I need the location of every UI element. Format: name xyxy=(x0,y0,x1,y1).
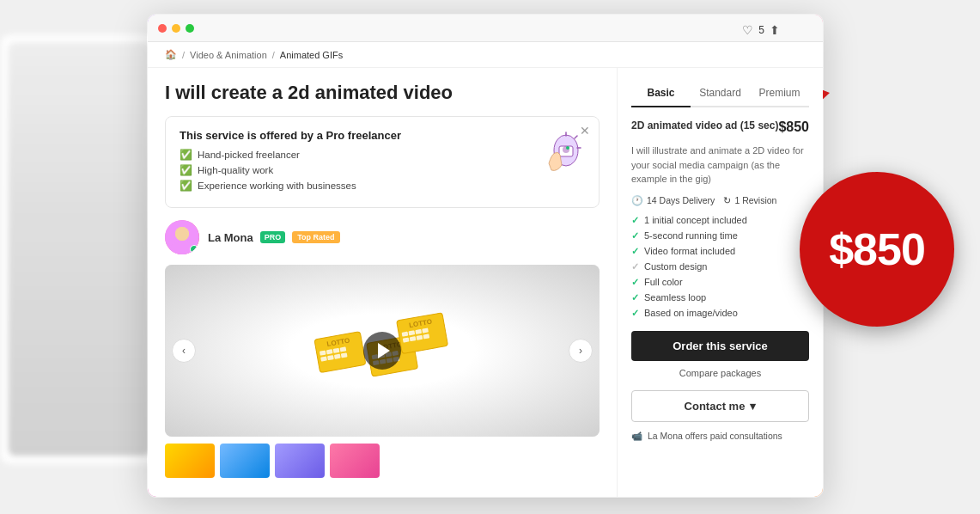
pro-feature-1: ✅ Hand-picked freelancer xyxy=(180,149,523,161)
svg-line-6 xyxy=(575,136,577,138)
play-triangle-icon xyxy=(378,343,390,358)
price-badge-text: $850 xyxy=(829,223,925,275)
thumbnail-2[interactable] xyxy=(220,444,270,478)
chrome-maximize-dot[interactable] xyxy=(186,24,194,33)
seller-name-row: La Mona PRO Top Rated xyxy=(208,231,340,244)
compare-packages-link[interactable]: Compare packages xyxy=(631,368,809,378)
feature-label-6: Seamless loop xyxy=(644,292,706,303)
breadcrumb-current: Animated GIFs xyxy=(280,50,343,60)
breadcrumb-sep2: / xyxy=(272,50,275,60)
pro-feature-3: ✅ Experience working with businesses xyxy=(180,180,523,192)
feature-label-7: Based on image/video xyxy=(644,308,738,318)
svg-point-4 xyxy=(566,146,569,150)
contact-label: Contact me xyxy=(685,400,746,413)
check-icon-3: ✓ xyxy=(631,246,639,257)
video-inner: LOTTO LOTTO LOTTO xyxy=(165,265,600,437)
check-icon-4: ✓ xyxy=(631,261,639,272)
feature-label-2: 5-second running time xyxy=(644,230,738,241)
seller-name: La Mona xyxy=(208,231,253,244)
delivery-text: 14 Days Delivery xyxy=(647,195,715,205)
left-content: ♡ 5 ⬆ I will create a 2d animated video … xyxy=(148,68,617,497)
outer-wrapper: $850 🏠 / Video & Animation / Animated GI… xyxy=(0,0,980,514)
pro-banner: This service is offered by a Pro freelan… xyxy=(165,116,600,208)
seller-details: La Mona PRO Top Rated xyxy=(208,231,340,244)
package-meta: 🕐 14 Days Delivery ↻ 1 Revision xyxy=(631,195,809,206)
consultation-text: La Mona offers paid consultations xyxy=(648,431,782,441)
pro-banner-text: This service is offered by a Pro freelan… xyxy=(180,129,523,195)
pro-badge: PRO xyxy=(260,231,286,243)
pro-banner-illustration xyxy=(533,129,585,181)
bg-card-left xyxy=(0,34,159,464)
contact-button[interactable]: Contact me ▾ xyxy=(631,390,809,422)
breadcrumb: 🏠 / Video & Animation / Animated GIFs xyxy=(148,42,823,68)
browser-chrome xyxy=(148,15,823,42)
check-icon-5: ✓ xyxy=(631,277,639,288)
page-title: I will create a 2d animated video xyxy=(165,82,600,104)
seller-info: La Mona PRO Top Rated xyxy=(165,220,600,254)
package-header: 2D animated video ad (15 sec) $850 xyxy=(631,119,809,135)
package-tabs: Basic Standard Premium xyxy=(631,80,809,107)
package-price: $850 xyxy=(778,119,809,135)
close-icon[interactable]: ✕ xyxy=(580,124,590,138)
thumbnail-4[interactable] xyxy=(330,444,380,478)
breadcrumb-link-video[interactable]: Video & Animation xyxy=(190,50,267,60)
feature-7: ✓ Based on image/video xyxy=(631,308,809,319)
tab-basic[interactable]: Basic xyxy=(631,80,691,107)
online-indicator xyxy=(190,245,198,254)
package-title: 2D animated video ad (15 sec) xyxy=(631,119,778,132)
thumbnail-1[interactable] xyxy=(165,444,215,478)
thumbnail-3[interactable] xyxy=(275,444,325,478)
pro-banner-title: This service is offered by a Pro freelan… xyxy=(180,129,523,142)
thumbnails xyxy=(165,444,600,478)
lotto-card-3: LOTTO xyxy=(396,312,448,354)
pro-feature-label-1: Hand-picked freelancer xyxy=(198,150,300,160)
feature-2: ✓ 5-second running time xyxy=(631,230,809,242)
check-icon-1: ✓ xyxy=(631,215,639,226)
top-rated-badge: Top Rated xyxy=(292,231,339,243)
price-badge: $850 xyxy=(800,172,954,327)
feature-1: ✓ 1 initial concept included xyxy=(631,215,809,226)
clock-icon: 🕐 xyxy=(631,195,643,206)
order-button[interactable]: Order this service xyxy=(631,331,809,361)
breadcrumb-sep1: / xyxy=(182,50,185,60)
next-arrow[interactable]: › xyxy=(569,339,593,363)
package-description: I will illustrate and animate a 2D video… xyxy=(631,144,809,187)
refresh-icon: ↻ xyxy=(723,195,731,206)
tab-standard[interactable]: Standard xyxy=(691,80,750,107)
pro-feature-label-2: High-quality work xyxy=(198,165,273,175)
revisions-meta: ↻ 1 Revision xyxy=(723,195,776,206)
video-icon: 📹 xyxy=(631,431,642,442)
svg-point-11 xyxy=(175,227,189,241)
consultation-info: 📹 La Mona offers paid consultations xyxy=(631,431,809,442)
lotto-card-1: LOTTO xyxy=(313,331,366,373)
chrome-minimize-dot[interactable] xyxy=(172,24,180,33)
pro-feature-label-3: Experience working with businesses xyxy=(198,181,356,191)
features-list: ✓ 1 initial concept included ✓ 5-second … xyxy=(631,215,809,319)
browser-content: 🏠 / Video & Animation / Animated GIFs ♡ … xyxy=(148,42,823,497)
play-button[interactable] xyxy=(363,332,401,370)
revisions-text: 1 Revision xyxy=(734,195,776,205)
feature-label-5: Full color xyxy=(644,277,683,287)
page-layout: ♡ 5 ⬆ I will create a 2d animated video … xyxy=(148,68,823,497)
check-circle-icon-3: ✅ xyxy=(180,180,192,192)
avatar xyxy=(165,220,199,254)
feature-label-4: Custom design xyxy=(644,261,707,272)
chrome-close-dot[interactable] xyxy=(158,24,167,33)
pro-feature-2: ✅ High-quality work xyxy=(180,164,523,176)
feature-label-3: Video format included xyxy=(644,246,735,256)
feature-3: ✓ Video format included xyxy=(631,246,809,257)
feature-5: ✓ Full color xyxy=(631,277,809,288)
tab-premium[interactable]: Premium xyxy=(750,80,809,107)
prev-arrow[interactable]: ‹ xyxy=(172,339,196,363)
browser-window: 🏠 / Video & Animation / Animated GIFs ♡ … xyxy=(146,13,825,499)
check-icon-7: ✓ xyxy=(631,308,639,319)
right-sidebar: Basic Standard Premium 2D animated video… xyxy=(617,68,823,497)
check-icon-6: ✓ xyxy=(631,292,639,303)
feature-6: ✓ Seamless loop xyxy=(631,292,809,303)
check-circle-icon-2: ✅ xyxy=(180,164,192,176)
feature-label-1: 1 initial concept included xyxy=(644,215,747,225)
home-icon: 🏠 xyxy=(165,49,177,60)
video-container: LOTTO LOTTO LOTTO xyxy=(165,265,600,437)
check-circle-icon-1: ✅ xyxy=(180,149,192,161)
delivery-meta: 🕐 14 Days Delivery xyxy=(631,195,715,206)
